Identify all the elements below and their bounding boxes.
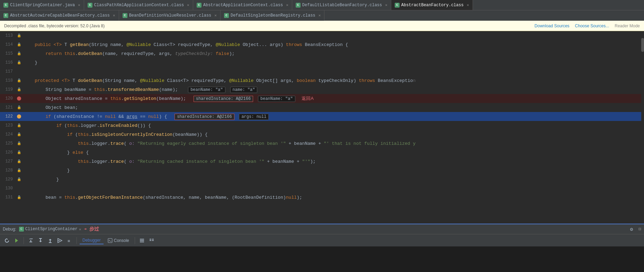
code-line-128: 128 🔒 } bbox=[0, 166, 644, 175]
tab-ClassPathXml[interactable]: C ClassPathXmlApplicationContext.class ✕ bbox=[84, 0, 193, 10]
tab-close-4[interactable]: ✕ bbox=[385, 3, 387, 7]
tab-AbstractApplicationContext[interactable]: C AbstractApplicationContext.class ✕ bbox=[193, 0, 292, 10]
svg-rect-4 bbox=[29, 242, 32, 242]
code-line-114: 114 🔒 public <T> T getBean(String name, … bbox=[0, 40, 644, 49]
breakpoint-dot-120 bbox=[17, 96, 21, 101]
svg-marker-1 bbox=[15, 238, 18, 243]
tab-DefaultListableBeanFactory[interactable]: C DefaultListableBeanFactory.class ✕ bbox=[292, 0, 391, 10]
tab-icon-s2: C bbox=[123, 13, 127, 18]
gutter-114: 🔒 bbox=[16, 43, 23, 47]
resume-button[interactable] bbox=[12, 237, 21, 244]
svg-rect-7 bbox=[39, 238, 42, 239]
bottom-toolbar: ≡ Debugger Console bbox=[0, 234, 644, 246]
step-over-button[interactable] bbox=[27, 237, 35, 244]
code-content-124: if (this.isSingletonCurrentlyInCreation(… bbox=[23, 132, 644, 137]
info-bar-links: Download Sources Choose Sources... Reade… bbox=[535, 24, 640, 28]
restart-button[interactable] bbox=[3, 237, 11, 244]
code-content-125: this.logger.trace( o: "Returning eagerly… bbox=[23, 141, 644, 146]
code-line-115: 115 🔒 return this.doGetBean(name, requir… bbox=[0, 49, 644, 58]
svg-rect-16 bbox=[140, 239, 144, 240]
code-line-118: 118 🔒 protected <T> T doGetBean(String n… bbox=[0, 76, 644, 85]
scrollbar[interactable] bbox=[641, 31, 644, 224]
step-arrow: ➜ bbox=[84, 226, 87, 232]
evaluate-button[interactable]: ≡ bbox=[65, 237, 74, 244]
download-sources-link[interactable]: Download Sources bbox=[535, 24, 570, 28]
gutter-116: 🔒 bbox=[16, 60, 23, 65]
tab-AbstractBeanFactory[interactable]: C AbstractBeanFactory.class ✕ bbox=[391, 0, 473, 10]
scrollbar-thumb[interactable] bbox=[641, 38, 644, 52]
choose-sources-link[interactable]: Choose Sources... bbox=[575, 24, 609, 28]
line-num-119: 119 bbox=[0, 87, 16, 92]
code-content-122: if (sharedInstance != null && args == nu… bbox=[23, 114, 644, 119]
line-num-129: 129 bbox=[0, 177, 16, 182]
frames-button[interactable] bbox=[138, 237, 146, 244]
gutter-119: 🔒 bbox=[16, 87, 23, 92]
tab-AbstractAutowire[interactable]: C AbstractAutowireCapableBeanFactory.cla… bbox=[0, 10, 119, 21]
svg-rect-5 bbox=[40, 238, 41, 241]
gutter-122 bbox=[16, 114, 23, 119]
line-num-120: 120 bbox=[0, 96, 16, 101]
step-into-button[interactable] bbox=[36, 237, 45, 244]
svg-rect-8 bbox=[50, 240, 51, 242]
tab-close-2[interactable]: ✕ bbox=[187, 3, 189, 7]
lock-icon-121: 🔒 bbox=[17, 105, 21, 110]
line-num-124: 124 bbox=[0, 132, 16, 137]
code-content-115: return this.doGetBean(name, requiredType… bbox=[23, 51, 644, 56]
svg-rect-18 bbox=[140, 242, 144, 242]
lock-icon-129: 🔒 bbox=[17, 177, 21, 181]
line-num-118: 118 bbox=[0, 78, 16, 83]
tab-close-s2[interactable]: ✕ bbox=[214, 13, 217, 18]
gutter-120 bbox=[16, 96, 23, 101]
line-num-125: 125 bbox=[0, 141, 16, 146]
tab-close-1[interactable]: ✕ bbox=[78, 3, 80, 7]
code-line-126: 126 🔒 } else { bbox=[0, 148, 644, 157]
debug-session: C ClientSpringContainer ✕ bbox=[19, 227, 81, 232]
run-to-cursor-button[interactable] bbox=[56, 237, 64, 244]
lock-icon-127: 🔒 bbox=[17, 159, 21, 163]
svg-rect-20 bbox=[152, 239, 154, 240]
vars-button[interactable] bbox=[147, 237, 156, 244]
tab-icon-3: C bbox=[197, 3, 202, 8]
console-tab-btn[interactable]: Console bbox=[105, 237, 132, 244]
svg-rect-22 bbox=[152, 240, 154, 241]
gutter-123: 🔒 bbox=[16, 123, 23, 128]
svg-rect-14 bbox=[108, 238, 112, 243]
gutter-124: 🔒 bbox=[16, 132, 23, 137]
tab-close-s1[interactable]: ✕ bbox=[113, 13, 115, 18]
code-line-119: 119 🔒 String beanName = this.transformed… bbox=[0, 85, 644, 94]
line-num-121: 121 bbox=[0, 105, 16, 110]
lock-icon-113: 🔒 bbox=[17, 34, 21, 38]
code-content-120: Object sharedInstance = this.getSingleto… bbox=[23, 95, 644, 102]
code-line-117: 117 bbox=[0, 67, 644, 76]
tab-ClientSpringContainer[interactable]: C ClientSpringContainer.java ✕ bbox=[0, 0, 84, 10]
line-num-114: 114 bbox=[0, 42, 16, 47]
line-num-122: 122 bbox=[0, 114, 16, 119]
gutter-128: 🔒 bbox=[16, 168, 23, 172]
line-num-113: 113 bbox=[0, 33, 16, 38]
svg-rect-21 bbox=[150, 240, 151, 241]
gutter-129: 🔒 bbox=[16, 177, 23, 181]
code-line-121: 121 🔒 Object bean; bbox=[0, 103, 644, 112]
gutter-126: 🔒 bbox=[16, 150, 23, 154]
step-out-button[interactable] bbox=[46, 237, 54, 244]
tab-close-s3[interactable]: ✕ bbox=[319, 13, 321, 18]
line-num-123: 123 bbox=[0, 123, 16, 128]
debugger-tab-btn[interactable]: Debugger bbox=[80, 237, 104, 244]
line-num-126: 126 bbox=[0, 150, 16, 155]
tab-BeanDefinitionValue[interactable]: C BeanDefinitionValueResolver.class ✕ bbox=[119, 10, 221, 21]
tab-icon-2: C bbox=[88, 3, 92, 8]
tab-DefaultSingletonBean[interactable]: C DefaultSingletonBeanRegistry.class ✕ bbox=[221, 10, 324, 21]
code-line-125: 125 🔒 this.logger.trace( o: "Returning e… bbox=[0, 139, 644, 148]
code-editor: 113 🔒 114 🔒 public <T> T getBean(String … bbox=[0, 31, 644, 224]
code-line-120: 120 Object sharedInstance = this.getSing… bbox=[0, 94, 644, 103]
settings-button[interactable]: ⚙ bbox=[630, 226, 633, 232]
tab-close-5[interactable]: ✕ bbox=[467, 3, 469, 7]
tab-close-3[interactable]: ✕ bbox=[286, 3, 288, 7]
code-content-123: if (this.logger.isTraceEnabled()) { bbox=[23, 123, 644, 128]
session-close[interactable]: ✕ bbox=[79, 227, 81, 232]
code-content-119: String beanName = this.transformedBeanNa… bbox=[23, 87, 644, 92]
lock-icon-124: 🔒 bbox=[17, 132, 21, 137]
layout-button[interactable]: ⊟ bbox=[638, 226, 641, 232]
code-line-129: 129 🔒 } bbox=[0, 175, 644, 184]
lock-icon-114: 🔒 bbox=[17, 43, 21, 47]
